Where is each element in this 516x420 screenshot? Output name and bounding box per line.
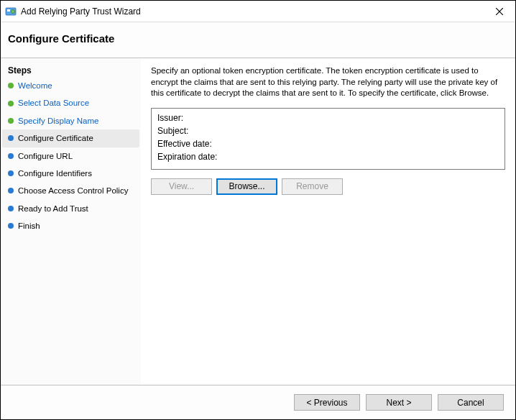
- step-configure-certificate[interactable]: Configure Certificate: [2, 129, 139, 147]
- step-label: Configure Identifiers: [18, 168, 92, 178]
- cert-expiration-row: Expiration date:: [157, 150, 499, 163]
- svg-point-2: [11, 9, 14, 13]
- app-icon: [5, 6, 17, 17]
- step-welcome[interactable]: Welcome: [2, 77, 139, 94]
- wizard-content: Specify an optional token encryption cer…: [141, 58, 515, 385]
- cancel-button[interactable]: Cancel: [438, 394, 504, 411]
- step-ready-to-add-trust[interactable]: Ready to Add Trust: [2, 200, 139, 217]
- certificate-details-box: Issuer: Subject: Effective date: Expirat…: [151, 108, 505, 170]
- title-bar: Add Relying Party Trust Wizard: [1, 1, 515, 22]
- page-heading: Configure Certificate: [8, 32, 508, 45]
- step-bullet-icon: [8, 223, 14, 229]
- window-title: Add Relying Party Trust Wizard: [21, 6, 488, 17]
- svg-rect-1: [7, 9, 10, 12]
- step-label: Ready to Add Trust: [18, 204, 88, 214]
- step-bullet-icon: [8, 153, 14, 159]
- cert-subject-label: Subject:: [157, 126, 188, 136]
- cert-effective-label: Effective date:: [157, 139, 212, 149]
- browse-button[interactable]: Browse...: [216, 178, 277, 195]
- step-label: Configure URL: [18, 151, 73, 161]
- step-bullet-icon: [8, 118, 14, 124]
- step-label: Finish: [18, 221, 40, 231]
- certificate-buttons-row: View... Browse... Remove: [151, 178, 505, 195]
- previous-button[interactable]: < Previous: [294, 394, 360, 411]
- step-label: Configure Certificate: [18, 133, 93, 143]
- step-specify-display-name[interactable]: Specify Display Name: [2, 112, 139, 129]
- next-button[interactable]: Next >: [366, 394, 432, 411]
- view-button: View...: [151, 178, 212, 195]
- step-bullet-icon: [8, 101, 14, 106]
- step-label: Specify Display Name: [18, 116, 98, 126]
- step-finish[interactable]: Finish: [2, 217, 139, 234]
- step-label: Select Data Source: [18, 98, 89, 108]
- step-select-data-source[interactable]: Select Data Source: [2, 94, 139, 111]
- cert-issuer-row: Issuer:: [157, 111, 499, 124]
- step-label: Choose Access Control Policy: [18, 186, 128, 196]
- page-description: Specify an optional token encryption cer…: [151, 65, 505, 99]
- wizard-body: Steps Welcome Select Data Source Specify…: [1, 58, 515, 385]
- cert-expiration-label: Expiration date:: [157, 152, 217, 162]
- cert-issuer-label: Issuer:: [157, 113, 183, 123]
- step-bullet-icon: [8, 170, 14, 176]
- steps-label: Steps: [2, 63, 139, 77]
- step-configure-identifiers[interactable]: Configure Identifiers: [2, 165, 139, 182]
- step-bullet-icon: [8, 83, 14, 88]
- steps-sidebar: Steps Welcome Select Data Source Specify…: [1, 58, 141, 385]
- remove-button: Remove: [282, 178, 343, 195]
- page-header: Configure Certificate: [1, 22, 515, 58]
- step-choose-access-control-policy[interactable]: Choose Access Control Policy: [2, 182, 139, 199]
- step-label: Welcome: [18, 81, 52, 91]
- cert-effective-row: Effective date:: [157, 137, 499, 150]
- step-bullet-icon: [8, 188, 14, 193]
- step-configure-url[interactable]: Configure URL: [2, 147, 139, 165]
- wizard-footer: < Previous Next > Cancel: [1, 385, 515, 419]
- close-button[interactable]: [488, 3, 511, 20]
- cert-subject-row: Subject:: [157, 124, 499, 137]
- step-bullet-icon: [8, 206, 14, 211]
- step-bullet-icon: [8, 135, 14, 141]
